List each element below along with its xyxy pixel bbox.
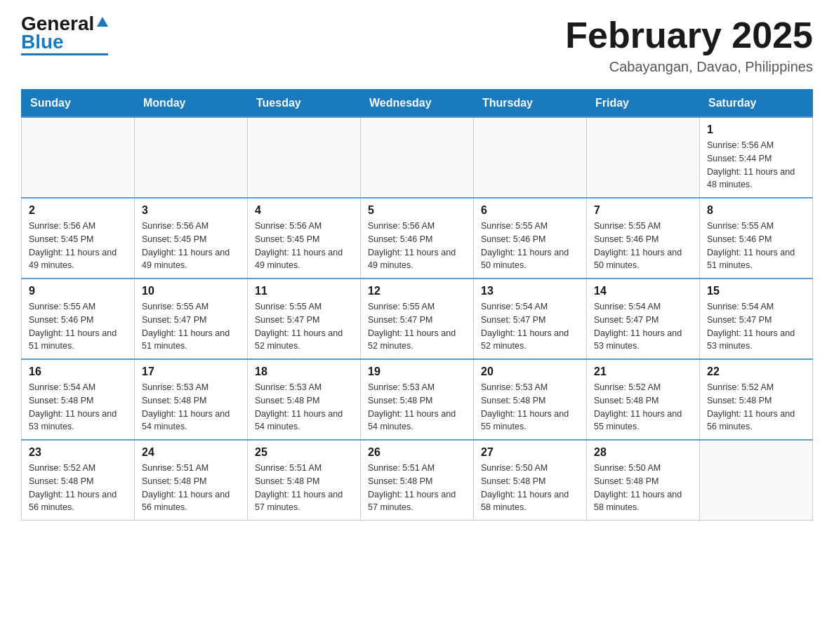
calendar-cell [22,117,135,198]
calendar-cell: 14Sunrise: 5:54 AM Sunset: 5:47 PM Dayli… [587,279,700,359]
day-number: 20 [481,365,579,378]
day-number: 17 [142,365,240,378]
day-info: Sunrise: 5:54 AM Sunset: 5:47 PM Dayligh… [481,300,579,353]
calendar-table: SundayMondayTuesdayWednesdayThursdayFrid… [21,89,813,521]
day-number: 4 [255,204,353,217]
day-info: Sunrise: 5:53 AM Sunset: 5:48 PM Dayligh… [142,381,240,434]
day-number: 28 [594,446,692,459]
calendar-cell: 1Sunrise: 5:56 AM Sunset: 5:44 PM Daylig… [700,117,813,198]
calendar-cell: 2Sunrise: 5:56 AM Sunset: 5:45 PM Daylig… [22,198,135,279]
day-number: 1 [707,123,805,136]
day-number: 3 [142,204,240,217]
calendar-cell: 20Sunrise: 5:53 AM Sunset: 5:48 PM Dayli… [474,359,587,440]
day-info: Sunrise: 5:53 AM Sunset: 5:48 PM Dayligh… [368,381,466,434]
calendar-title: February 2025 [565,14,813,56]
calendar-cell: 5Sunrise: 5:56 AM Sunset: 5:46 PM Daylig… [361,198,474,279]
day-info: Sunrise: 5:55 AM Sunset: 5:47 PM Dayligh… [368,300,466,353]
day-number: 10 [142,285,240,297]
calendar-cell: 8Sunrise: 5:55 AM Sunset: 5:46 PM Daylig… [700,198,813,279]
day-info: Sunrise: 5:56 AM Sunset: 5:45 PM Dayligh… [255,220,353,272]
calendar-cell: 15Sunrise: 5:54 AM Sunset: 5:47 PM Dayli… [700,279,813,359]
day-info: Sunrise: 5:56 AM Sunset: 5:45 PM Dayligh… [142,220,240,272]
calendar-cell: 21Sunrise: 5:52 AM Sunset: 5:48 PM Dayli… [587,359,700,440]
day-number: 21 [594,365,692,378]
day-number: 23 [29,446,127,459]
calendar-header-tuesday: Tuesday [248,90,361,118]
day-number: 11 [255,285,353,297]
page-header: General Blue February 2025 Cabayangan, D… [21,14,813,75]
calendar-cell: 17Sunrise: 5:53 AM Sunset: 5:48 PM Dayli… [135,359,248,440]
calendar-header-thursday: Thursday [474,90,587,118]
day-info: Sunrise: 5:52 AM Sunset: 5:48 PM Dayligh… [29,462,127,514]
day-number: 14 [594,285,692,297]
day-info: Sunrise: 5:55 AM Sunset: 5:46 PM Dayligh… [707,220,805,272]
day-number: 9 [29,285,127,297]
calendar-header-friday: Friday [587,90,700,118]
day-info: Sunrise: 5:55 AM Sunset: 5:47 PM Dayligh… [255,300,353,353]
day-number: 19 [368,365,466,378]
calendar-cell [474,117,587,198]
day-number: 15 [707,285,805,297]
day-number: 8 [707,204,805,217]
calendar-cell: 28Sunrise: 5:50 AM Sunset: 5:48 PM Dayli… [587,440,700,521]
calendar-cell: 13Sunrise: 5:54 AM Sunset: 5:47 PM Dayli… [474,279,587,359]
calendar-cell: 22Sunrise: 5:52 AM Sunset: 5:48 PM Dayli… [700,359,813,440]
calendar-cell: 25Sunrise: 5:51 AM Sunset: 5:48 PM Dayli… [248,440,361,521]
day-number: 26 [368,446,466,459]
calendar-cell [248,117,361,198]
day-number: 22 [707,365,805,378]
calendar-header-saturday: Saturday [700,90,813,118]
day-info: Sunrise: 5:50 AM Sunset: 5:48 PM Dayligh… [481,462,579,514]
logo-blue-text: Blue [21,32,64,52]
title-block: February 2025 Cabayangan, Davao, Philipp… [565,14,813,75]
day-info: Sunrise: 5:50 AM Sunset: 5:48 PM Dayligh… [594,462,692,514]
calendar-header-wednesday: Wednesday [361,90,474,118]
day-number: 16 [29,365,127,378]
calendar-week-1: 1Sunrise: 5:56 AM Sunset: 5:44 PM Daylig… [22,117,813,198]
calendar-cell [361,117,474,198]
day-info: Sunrise: 5:55 AM Sunset: 5:46 PM Dayligh… [481,220,579,272]
day-number: 18 [255,365,353,378]
day-info: Sunrise: 5:56 AM Sunset: 5:46 PM Dayligh… [368,220,466,272]
calendar-cell: 26Sunrise: 5:51 AM Sunset: 5:48 PM Dayli… [361,440,474,521]
calendar-week-3: 9Sunrise: 5:55 AM Sunset: 5:46 PM Daylig… [22,279,813,359]
day-info: Sunrise: 5:55 AM Sunset: 5:46 PM Dayligh… [29,300,127,353]
day-number: 7 [594,204,692,217]
day-number: 27 [481,446,579,459]
calendar-cell: 27Sunrise: 5:50 AM Sunset: 5:48 PM Dayli… [474,440,587,521]
calendar-cell: 11Sunrise: 5:55 AM Sunset: 5:47 PM Dayli… [248,279,361,359]
day-number: 25 [255,446,353,459]
calendar-cell: 7Sunrise: 5:55 AM Sunset: 5:46 PM Daylig… [587,198,700,279]
logo: General Blue [21,14,108,55]
calendar-cell: 23Sunrise: 5:52 AM Sunset: 5:48 PM Dayli… [22,440,135,521]
day-info: Sunrise: 5:56 AM Sunset: 5:44 PM Dayligh… [707,139,805,192]
calendar-cell: 3Sunrise: 5:56 AM Sunset: 5:45 PM Daylig… [135,198,248,279]
calendar-week-5: 23Sunrise: 5:52 AM Sunset: 5:48 PM Dayli… [22,440,813,521]
calendar-cell [135,117,248,198]
day-info: Sunrise: 5:54 AM Sunset: 5:48 PM Dayligh… [29,381,127,434]
calendar-cell: 24Sunrise: 5:51 AM Sunset: 5:48 PM Dayli… [135,440,248,521]
calendar-cell: 9Sunrise: 5:55 AM Sunset: 5:46 PM Daylig… [22,279,135,359]
day-info: Sunrise: 5:56 AM Sunset: 5:45 PM Dayligh… [29,220,127,272]
calendar-location: Cabayangan, Davao, Philippines [565,59,813,75]
calendar-header-sunday: Sunday [22,90,135,118]
day-number: 24 [142,446,240,459]
calendar-cell [700,440,813,521]
calendar-cell: 12Sunrise: 5:55 AM Sunset: 5:47 PM Dayli… [361,279,474,359]
calendar-cell: 4Sunrise: 5:56 AM Sunset: 5:45 PM Daylig… [248,198,361,279]
calendar-cell: 19Sunrise: 5:53 AM Sunset: 5:48 PM Dayli… [361,359,474,440]
calendar-cell: 6Sunrise: 5:55 AM Sunset: 5:46 PM Daylig… [474,198,587,279]
day-info: Sunrise: 5:52 AM Sunset: 5:48 PM Dayligh… [707,381,805,434]
day-info: Sunrise: 5:55 AM Sunset: 5:47 PM Dayligh… [142,300,240,353]
day-number: 13 [481,285,579,297]
day-info: Sunrise: 5:53 AM Sunset: 5:48 PM Dayligh… [255,381,353,434]
day-info: Sunrise: 5:54 AM Sunset: 5:47 PM Dayligh… [594,300,692,353]
calendar-cell: 18Sunrise: 5:53 AM Sunset: 5:48 PM Dayli… [248,359,361,440]
calendar-header-monday: Monday [135,90,248,118]
day-number: 6 [481,204,579,217]
day-number: 5 [368,204,466,217]
calendar-week-2: 2Sunrise: 5:56 AM Sunset: 5:45 PM Daylig… [22,198,813,279]
calendar-cell: 10Sunrise: 5:55 AM Sunset: 5:47 PM Dayli… [135,279,248,359]
day-info: Sunrise: 5:52 AM Sunset: 5:48 PM Dayligh… [594,381,692,434]
calendar-cell [587,117,700,198]
